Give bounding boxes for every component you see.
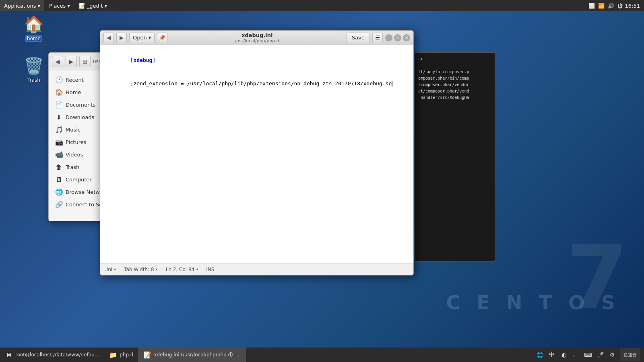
topbar-places[interactable]: Places ▾ (45, 0, 74, 11)
volume-icon: 🔊 (608, 3, 614, 9)
editor-line-2: ;zend_extension = /usr/local/php/lib/php… (105, 72, 409, 96)
ime-globe-icon[interactable]: 🌐 (535, 350, 544, 359)
taskbar-terminal-label: root@localhost:/data/www/defau... (15, 352, 99, 358)
gedit-forward-button[interactable]: ▶ (116, 33, 127, 43)
terminal-line-2 (418, 62, 491, 69)
applications-label: Applications (4, 3, 36, 9)
sidebar-item-recent-label: Recent (66, 77, 84, 83)
gedit-titlebar: ◀ ▶ Open ▾ 📌 xdebug.ini /usr/local/php/p… (100, 31, 413, 45)
sidebar-item-music-label: Music (66, 127, 80, 133)
gedit-pin-button[interactable]: 📌 (157, 33, 167, 43)
taskbar-right: 🌐 中 ◐ 。 ⌨ 🎤 ⚙ 亿迷云 (535, 348, 644, 361)
mic-icon[interactable]: 🎤 (596, 350, 605, 359)
gedit-save-button[interactable]: Save (347, 33, 370, 43)
places-label: Places (49, 3, 66, 9)
xdebug-taskbar-icon: 📝 (143, 351, 151, 359)
keyboard-icon[interactable]: ⌨ (584, 350, 592, 359)
tabwidth-arrow: ▾ (156, 267, 158, 272)
php-taskbar-icon: 📁 (109, 351, 117, 359)
terminal-line-1: ar (418, 56, 491, 62)
gedit-text: _gedit (87, 3, 103, 9)
status-mode: INS (206, 267, 214, 272)
terminal-line-7: -handler/src/XdebugHa (418, 95, 491, 101)
filetype-label: .ini (105, 267, 112, 272)
gedit-editor[interactable]: [xdebug] ;zend_extension = /usr/local/ph… (100, 45, 413, 263)
videos-icon: 📹 (55, 151, 62, 158)
status-position[interactable]: Ln 2, Col 84 ▾ (166, 267, 198, 272)
applications-arrow: ▾ (37, 3, 40, 9)
centos-text: C E N T O S (446, 291, 620, 314)
fm-path-bar[interactable]: usr (93, 59, 101, 64)
home-label: home (25, 35, 42, 42)
gedit-minimize-button[interactable]: — (385, 34, 392, 41)
save-label: Save (352, 35, 365, 41)
taskbar-item-terminal[interactable]: 🖥 root@localhost:/data/www/defau... (0, 348, 104, 362)
fm-back-button[interactable]: ◀ (52, 56, 63, 67)
fm-forward-button[interactable]: ▶ (66, 56, 77, 67)
pictures-icon: 📷 (55, 138, 62, 146)
open-label: Open (133, 35, 147, 41)
terminal-taskbar-icon: 🖥 (5, 351, 13, 359)
connect-server-icon: 🔗 (55, 201, 62, 208)
editor-keyword-xdebug: [xdebug] (130, 57, 156, 63)
taskbar-php-label: php.d (120, 352, 133, 358)
editor-line2-text: ;zend_extension = /usr/local/php/lib/php… (130, 80, 392, 86)
gedit-menu-button[interactable]: ☰ (372, 33, 383, 43)
places-arrow: ▾ (67, 3, 70, 9)
terminal-line-5: /composer.phar/vendor (418, 82, 491, 88)
settings-icon[interactable]: ⚙ (608, 350, 617, 359)
gedit-open-button[interactable]: Open ▾ (129, 33, 155, 43)
gedit-filepath: /usr/local/php/php.d (167, 38, 347, 43)
sidebar-item-trash-label: Trash (66, 164, 79, 170)
topbar-left: Applications ▾ Places ▾ 📝 _gedit ▾ (0, 0, 111, 11)
gedit-maximize-button[interactable]: □ (394, 34, 401, 41)
recent-icon: 🕐 (55, 76, 62, 84)
fm-view-button[interactable]: ⊞ (79, 56, 91, 67)
status-tabwidth[interactable]: Tab Width: 8 ▾ (124, 267, 158, 272)
taskbar: 🖥 root@localhost:/data/www/defau... 📁 ph… (0, 348, 644, 362)
sidebar-item-documents-label: Documents (66, 102, 95, 108)
taskbar-item-xdebug[interactable]: 📝 xdebug.ini (/usr/local/php/php.d) -... (138, 348, 246, 362)
sidebar-item-downloads-label: Downloads (66, 114, 94, 120)
filetype-arrow: ▾ (114, 267, 116, 272)
gedit-back-button[interactable]: ◀ (103, 33, 114, 43)
terminal-window: ar lt/sunylat/composer.p omposer.phar/bi… (415, 52, 495, 261)
taskbar-item-php[interactable]: 📁 php.d (104, 348, 138, 362)
network-icon: 📶 (598, 3, 605, 9)
gedit-filename: xdebug.ini (167, 32, 347, 38)
topbar-applications[interactable]: Applications ▾ (0, 0, 44, 11)
gedit-toolbar-right: Save ☰ — □ ✕ (347, 33, 410, 43)
status-filetype[interactable]: .ini ▾ (105, 267, 116, 272)
topbar: Applications ▾ Places ▾ 📝 _gedit ▾ ⬜ 📶 🔊… (0, 0, 644, 11)
mode-label: INS (206, 267, 214, 272)
ime-half-icon[interactable]: ◐ (559, 350, 568, 359)
ime-punct-icon[interactable]: 。 (572, 350, 580, 359)
trash-icon: 🗑️ (24, 56, 43, 76)
home-icon: 🏠 (24, 14, 43, 34)
downloads-icon: ⬇ (55, 113, 62, 121)
home-icon-sidebar: 🏠 (55, 88, 62, 96)
computer-icon: 🖥 (55, 176, 62, 183)
documents-icon: 📄 (55, 101, 62, 109)
yimianyun-text: 亿迷云 (623, 352, 637, 358)
position-arrow: ▾ (196, 267, 198, 272)
tray-icons: ⬜ 📶 🔊 ⏻ (588, 3, 623, 9)
gedit-window-controls: — □ ✕ (385, 34, 410, 41)
gedit-toolbar-left: ◀ ▶ Open ▾ 📌 (103, 33, 167, 43)
desktop-icon-home[interactable]: 🏠 home (18, 14, 50, 42)
gedit-label: 📝 (79, 3, 85, 9)
gedit-close-button[interactable]: ✕ (403, 34, 410, 41)
tabwidth-label: Tab Width: 8 (124, 267, 154, 272)
gedit-window: ◀ ▶ Open ▾ 📌 xdebug.ini /usr/local/php/p… (100, 30, 414, 276)
gedit-arrow: ▾ (105, 3, 107, 9)
desktop-icon-trash[interactable]: 🗑️ Trash (18, 56, 50, 83)
topbar-gedit[interactable]: 📝 _gedit ▾ (75, 0, 111, 11)
editor-line-1: [xdebug] (105, 48, 409, 72)
position-label: Ln 2, Col 84 (166, 267, 195, 272)
sidebar-item-home-label: Home (66, 89, 81, 95)
topbar-clock: 16:51 (625, 3, 640, 9)
gedit-statusbar: .ini ▾ Tab Width: 8 ▾ Ln 2, Col 84 ▾ INS (100, 263, 413, 275)
ime-chinese-icon[interactable]: 中 (547, 350, 556, 359)
sidebar-item-videos-label: Videos (66, 152, 83, 158)
editor-cursor (392, 81, 392, 86)
